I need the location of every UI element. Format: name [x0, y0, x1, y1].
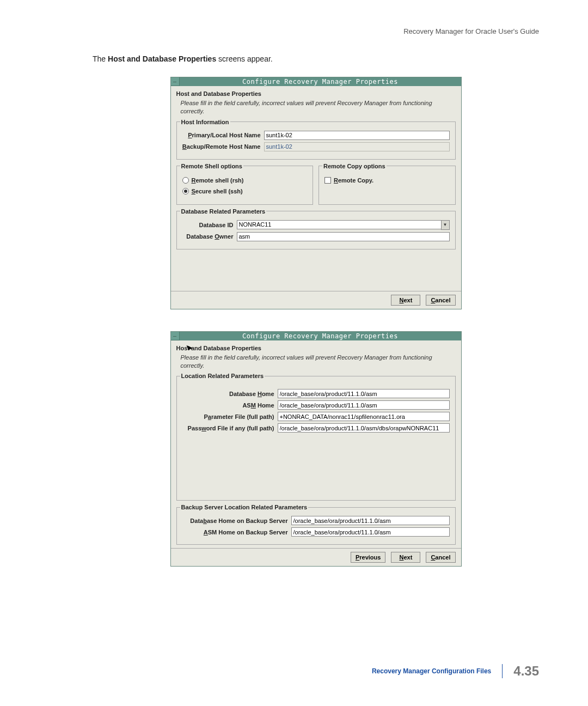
radio-icon: [182, 177, 189, 184]
db-id-combo[interactable]: ▼: [237, 220, 450, 230]
button-bar: Next Cancel: [171, 291, 461, 309]
remote-copy-legend: Remote Copy options: [322, 163, 387, 169]
asm-home-label: ASM Home: [182, 402, 278, 409]
cancel-button[interactable]: Cancel: [426, 552, 455, 563]
checkbox-icon: [324, 177, 331, 184]
db-related-params-group: Database Related Parameters Database ID …: [176, 208, 456, 249]
host-info-legend: Host Information: [180, 119, 230, 125]
backup-db-home-input[interactable]: [291, 516, 450, 525]
section-heading: Host and Database Properties: [176, 345, 456, 351]
section-description: Please fill in the field carefully, inco…: [181, 354, 456, 370]
asm-home-input[interactable]: [278, 400, 450, 410]
backup-db-home-label: Database Home on Backup Server: [182, 518, 291, 524]
doc-header-title: Recovery Manager for Oracle User's Guide: [93, 27, 539, 35]
backup-asm-home-label: ASM Home on Backup Server: [182, 529, 291, 535]
footer-section-link: Recovery Manager Configuration Files: [372, 667, 491, 675]
pwd-file-input[interactable]: [278, 423, 450, 433]
section-description: Please fill in the field carefully, inco…: [181, 99, 456, 115]
window-menu-icon[interactable]: –: [171, 332, 180, 340]
db-params-legend: Database Related Parameters: [180, 208, 267, 215]
chevron-down-icon[interactable]: ▼: [441, 220, 450, 230]
page-footer: Recovery Manager Configuration Files 4.3…: [372, 664, 539, 679]
radio-icon: [182, 188, 189, 194]
backup-host-label: Backup/Remote Host Name: [182, 143, 264, 150]
intro-prefix: The: [93, 54, 108, 63]
dialog-host-db-props-2: – Configure Recovery Manager Properties …: [170, 331, 462, 567]
window-title: Configure Recovery Manager Properties: [180, 332, 461, 340]
host-information-group: Host Information Primary/Local Host Name…: [176, 119, 456, 160]
primary-host-input[interactable]: [264, 131, 450, 140]
pwd-file-label: Password File if any (full path): [182, 425, 278, 431]
dialog-host-db-props-1: – Configure Recovery Manager Properties …: [170, 77, 462, 309]
db-home-label: Database Home: [182, 391, 278, 397]
title-bar: – Configure Recovery Manager Properties: [171, 77, 461, 86]
radio-ssh[interactable]: Secure shell (ssh): [182, 188, 308, 194]
db-owner-input[interactable]: [237, 232, 450, 241]
next-button[interactable]: Next: [391, 552, 420, 563]
title-bar: – Configure Recovery Manager Properties: [171, 332, 461, 340]
primary-host-label: Primary/Local Host Name: [182, 132, 264, 138]
db-id-input[interactable]: [237, 220, 441, 229]
db-owner-label: Database Owner: [182, 233, 237, 240]
backup-host-readonly: sunt1k-02: [264, 142, 450, 151]
section-heading: Host and Database Properties: [176, 90, 456, 97]
footer-divider-icon: [502, 664, 503, 678]
backup-asm-home-input[interactable]: [291, 527, 450, 537]
param-file-label: Parameter File (full path): [182, 413, 278, 420]
previous-button[interactable]: Previous: [351, 552, 385, 563]
intro-text: The Host and Database Properties screens…: [93, 54, 539, 63]
backup-server-location-group: Backup Server Location Related Parameter…: [176, 504, 456, 545]
window-menu-icon[interactable]: –: [171, 77, 180, 86]
button-bar: Previous Next Cancel: [171, 548, 461, 566]
cancel-button[interactable]: Cancel: [426, 295, 455, 306]
remote-shell-group: Remote Shell options Remote shell (rsh) …: [176, 163, 314, 205]
param-file-input[interactable]: [278, 412, 450, 421]
location-params-group: Location Related Parameters Database Hom…: [176, 373, 456, 501]
footer-page-number: 4.35: [513, 664, 539, 679]
remote-shell-legend: Remote Shell options: [180, 163, 243, 169]
remote-copy-group: Remote Copy options Remote Copy.: [318, 163, 456, 205]
location-params-legend: Location Related Parameters: [180, 373, 265, 379]
db-id-label: Database ID: [182, 222, 237, 228]
backup-loc-legend: Backup Server Location Related Parameter…: [180, 504, 309, 510]
radio-rsh[interactable]: Remote shell (rsh): [182, 177, 308, 184]
window-title: Configure Recovery Manager Properties: [180, 77, 461, 86]
checkbox-remote-copy[interactable]: Remote Copy.: [324, 177, 450, 184]
intro-bold: Host and Database Properties: [108, 54, 216, 63]
db-home-input[interactable]: [278, 389, 450, 398]
next-button[interactable]: Next: [391, 295, 420, 306]
intro-suffix: screens appear.: [216, 54, 273, 63]
